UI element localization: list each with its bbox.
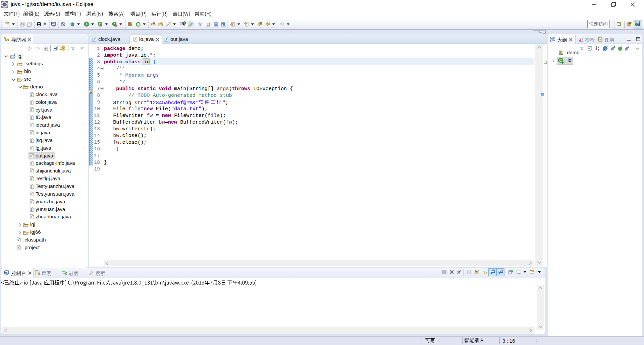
svg-text:J: J (31, 177, 33, 181)
svg-text:J: J (31, 154, 33, 157)
svg-text:J: J (31, 200, 33, 203)
svg-text:J: J (31, 185, 33, 188)
svg-text:J: J (31, 146, 33, 150)
svg-text:J: J (31, 124, 33, 127)
svg-text:J: J (31, 116, 33, 119)
svg-text:X: X (17, 246, 19, 250)
svg-text:J: J (31, 139, 33, 142)
svg-text:J: J (31, 100, 33, 104)
svg-text:J: J (31, 215, 33, 219)
svg-text:C: C (559, 58, 562, 63)
svg-text:J: J (13, 54, 15, 57)
svg-text:J: J (31, 208, 33, 211)
svg-text:J: J (31, 169, 33, 173)
svg-text:J: J (31, 131, 33, 135)
svg-text:J: J (31, 93, 33, 96)
svg-text:J: J (31, 108, 33, 112)
svg-text:X: X (17, 238, 19, 242)
svg-text:J: J (31, 193, 33, 196)
svg-text:z: z (598, 48, 599, 51)
svg-text:J: J (31, 162, 33, 165)
